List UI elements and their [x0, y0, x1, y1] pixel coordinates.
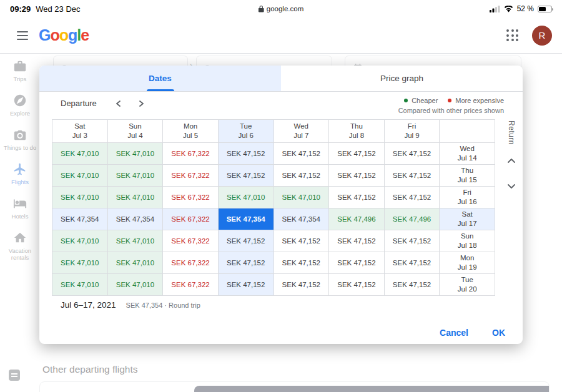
apps-grid-icon[interactable] — [504, 27, 521, 44]
price-cell[interactable]: SEK 47,152 — [219, 230, 274, 252]
price-cell[interactable]: SEK 47,152 — [329, 187, 385, 208]
avatar[interactable]: R — [532, 26, 552, 46]
selection-summary: Jul 6–17, 2021 SEK 47,354 · Round trip — [61, 300, 200, 310]
price-cell[interactable]: SEK 47,152 — [219, 165, 274, 187]
tab-dates[interactable]: Dates — [39, 66, 281, 91]
price-cell[interactable]: SEK 67,322 — [163, 143, 219, 165]
departure-label: Departure — [61, 99, 97, 108]
price-cell[interactable]: SEK 47,010 — [108, 187, 164, 208]
legend-cheaper-dot — [404, 99, 408, 102]
price-cell[interactable]: SEK 47,152 — [385, 165, 440, 187]
return-date-cell[interactable]: SunJul 18 — [440, 230, 495, 252]
return-date-cell[interactable]: TueJul 20 — [440, 274, 495, 296]
price-cell[interactable]: SEK 47,152 — [219, 252, 274, 274]
chevron-down-icon — [508, 184, 515, 189]
departure-date-header[interactable]: WedJul 7 — [274, 120, 330, 143]
selected-price: SEK 47,354 · Round trip — [126, 301, 200, 309]
screen: 09:29 Wed 23 Dec google.com 52 % Google … — [0, 0, 562, 392]
tab-price-graph[interactable]: Price graph — [281, 66, 523, 91]
price-cell[interactable]: SEK 47,152 — [329, 143, 385, 165]
price-cell[interactable]: SEK 47,010 — [108, 274, 164, 296]
previous-dates-button[interactable] — [112, 98, 126, 110]
price-cell[interactable]: SEK 47,010 — [219, 187, 274, 208]
return-scroll-down-button[interactable] — [505, 179, 518, 194]
price-cell[interactable]: SEK 47,152 — [385, 187, 440, 208]
departure-date-header[interactable]: SunJul 4 — [108, 120, 164, 143]
return-date-cell[interactable]: SatJul 17 — [440, 208, 495, 230]
price-cell[interactable]: SEK 47,354 — [219, 208, 274, 230]
price-cell[interactable]: SEK 47,010 — [52, 230, 108, 252]
price-cell[interactable]: SEK 47,010 — [52, 143, 108, 165]
url-bar[interactable]: google.com — [259, 5, 303, 12]
date-picker-dialog: DatesPrice graph Departure Cheaper More … — [39, 66, 523, 344]
price-cell[interactable]: SEK 47,354 — [52, 208, 108, 230]
chevron-left-icon — [116, 100, 122, 107]
price-cell[interactable]: SEK 47,496 — [329, 208, 385, 230]
battery-icon — [538, 6, 552, 12]
price-legend: Cheaper More expensive Compared with oth… — [398, 97, 504, 114]
return-date-cell[interactable]: WedJul 14 — [440, 143, 495, 165]
price-cell[interactable]: SEK 47,152 — [219, 274, 274, 296]
departure-date-header[interactable]: ThuJul 8 — [329, 120, 385, 143]
price-cell[interactable]: SEK 47,152 — [385, 230, 440, 252]
app-header: Google R — [0, 17, 562, 54]
battery-percent: 52 % — [517, 4, 534, 13]
price-cell[interactable]: SEK 67,322 — [163, 187, 219, 208]
price-cell[interactable]: SEK 47,152 — [274, 143, 330, 165]
price-cell[interactable]: SEK 67,322 — [163, 252, 219, 274]
price-cell[interactable]: SEK 47,354 — [274, 208, 330, 230]
departure-date-header[interactable]: TueJul 6 — [219, 120, 274, 143]
price-cell[interactable]: SEK 47,152 — [385, 274, 440, 296]
price-cell[interactable]: SEK 67,322 — [163, 230, 219, 252]
price-cell[interactable]: SEK 47,010 — [52, 252, 108, 274]
price-cell[interactable]: SEK 47,152 — [274, 274, 330, 296]
price-cell[interactable]: SEK 47,354 — [108, 208, 164, 230]
google-logo[interactable]: Google — [39, 26, 89, 44]
tab-label: Dates — [149, 74, 172, 83]
price-cell[interactable]: SEK 47,496 — [385, 208, 440, 230]
price-cell[interactable]: SEK 47,010 — [52, 187, 108, 208]
price-grid: SatJul 3SunJul 4MonJul 5TueJul 6WedJul 7… — [52, 119, 495, 296]
price-cell[interactable]: SEK 47,152 — [385, 252, 440, 274]
ok-button[interactable]: OK — [483, 324, 514, 341]
return-date-cell[interactable]: MonJul 19 — [440, 252, 495, 274]
tab-underline — [147, 89, 174, 91]
price-cell[interactable]: SEK 47,010 — [52, 165, 108, 187]
price-cell[interactable]: SEK 47,152 — [329, 274, 385, 296]
return-date-cell[interactable]: ThuJul 15 — [440, 165, 495, 187]
price-cell[interactable]: SEK 47,152 — [219, 143, 274, 165]
price-cell[interactable]: SEK 67,322 — [163, 208, 219, 230]
price-cell[interactable]: SEK 47,152 — [274, 230, 330, 252]
legend-expensive-dot — [448, 99, 451, 102]
menu-icon[interactable] — [10, 23, 35, 48]
price-cell[interactable]: SEK 47,010 — [108, 252, 164, 274]
departure-date-header[interactable]: MonJul 5 — [163, 120, 219, 143]
departure-date-header[interactable]: FriJul 9 — [385, 120, 440, 143]
cancel-button[interactable]: Cancel — [431, 324, 477, 341]
legend-note: Compared with other prices shown — [398, 107, 504, 114]
status-date: Wed 23 Dec — [36, 4, 80, 14]
price-cell[interactable]: SEK 47,010 — [108, 143, 164, 165]
return-rail: Return — [503, 120, 520, 194]
price-cell[interactable]: SEK 47,152 — [274, 165, 330, 187]
url-text: google.com — [267, 5, 303, 12]
price-cell[interactable]: SEK 47,152 — [385, 143, 440, 165]
return-date-cell[interactable]: FriJul 16 — [440, 187, 495, 208]
legend-cheaper-label: Cheaper — [412, 97, 438, 104]
price-cell[interactable]: SEK 47,010 — [108, 165, 164, 187]
selected-date-range: Jul 6–17, 2021 — [61, 300, 116, 310]
price-cell[interactable]: SEK 67,322 — [163, 165, 219, 187]
return-label: Return — [507, 120, 516, 145]
price-cell[interactable]: SEK 47,010 — [52, 274, 108, 296]
return-scroll-up-button[interactable] — [505, 154, 518, 168]
price-cell[interactable]: SEK 67,322 — [163, 274, 219, 296]
price-cell[interactable]: SEK 47,010 — [108, 230, 164, 252]
status-time: 09:29 — [10, 4, 31, 14]
departure-date-header[interactable]: SatJul 3 — [52, 120, 108, 143]
price-cell[interactable]: SEK 47,010 — [274, 187, 330, 208]
price-cell[interactable]: SEK 47,152 — [329, 230, 385, 252]
price-cell[interactable]: SEK 47,152 — [329, 252, 385, 274]
price-cell[interactable]: SEK 47,152 — [329, 165, 385, 187]
price-cell[interactable]: SEK 47,152 — [274, 252, 330, 274]
next-dates-button[interactable] — [134, 98, 148, 110]
